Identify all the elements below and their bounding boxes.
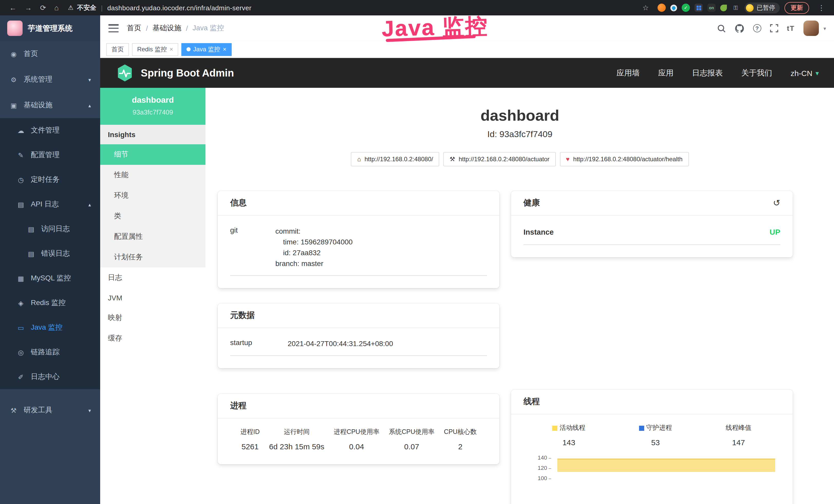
refresh-icon[interactable]: ⟳ [40, 4, 46, 11]
address-bar[interactable]: ⚠ 不安全 | dashboard.yudao.iocoder.cn/infra… [68, 3, 251, 12]
sba-nav-journal[interactable]: 日志报表 [692, 68, 723, 78]
user-caret-icon[interactable]: ▾ [824, 25, 826, 31]
hamburger-icon[interactable] [108, 24, 119, 32]
fullscreen-icon[interactable] [770, 24, 778, 32]
close-icon[interactable]: × [170, 46, 173, 53]
threads-stat-live: 活动线程 143 [552, 423, 585, 447]
instance-root-link[interactable]: ⌂ http://192.168.0.2:48080/ [351, 152, 439, 166]
status-badge: UP [770, 228, 780, 236]
browser-menu-icon[interactable]: ⋮ [818, 4, 825, 11]
tag-redis-monitor[interactable]: Redis 监控 × [132, 43, 178, 56]
process-stat-system-cpu: 系统CPU使用率 0.07 [389, 428, 435, 451]
health-row-instance: Instance UP [524, 220, 780, 245]
sba-item-jvm[interactable]: JVM [100, 288, 205, 307]
extension-check-icon[interactable] [682, 4, 690, 12]
sba-item-config-props[interactable]: 配置属性 [100, 226, 205, 247]
profile-chip[interactable]: 已暂停 [744, 2, 780, 13]
sba-item-classes[interactable]: 类 [100, 206, 205, 226]
sba-instance-header[interactable]: dashboard 93a3fc7f7409 [100, 88, 205, 125]
sba-locale-select[interactable]: zh-CN ▾ [791, 69, 819, 77]
info-line: commit: [275, 226, 353, 237]
instance-actuator-link[interactable]: ⚒ http://192.168.0.2:48080/actuator [443, 152, 555, 166]
extension-leaf-icon[interactable] [720, 4, 727, 11]
sidebar-item-mysql-monitor[interactable]: ▦ MySQL 监控 [0, 266, 100, 291]
user-avatar[interactable] [804, 21, 819, 36]
health-card: 健康 ↺ Instance UP [511, 191, 793, 257]
sidebar-item-config-manage[interactable]: ✎ 配置管理 [0, 143, 100, 167]
help-icon[interactable]: ? [753, 24, 761, 32]
heart-icon: ♥ [566, 156, 569, 163]
chevron-up-icon: ▴ [88, 202, 91, 207]
sba-nav-wall[interactable]: 应用墙 [616, 68, 640, 78]
history-icon[interactable]: ↺ [773, 198, 781, 208]
update-button[interactable]: 更新 [785, 2, 809, 14]
sidebar-item-java-monitor[interactable]: ▭ Java 监控 [0, 315, 100, 340]
stat-value: 6d 23h 15m 59s [269, 442, 324, 451]
cards-left-column: 信息 git commit: time: 1596289704000 id: 2 [218, 191, 499, 464]
sidebar-item-file-manage[interactable]: ☁ 文件管理 [0, 118, 100, 143]
sidebar-item-access-log[interactable]: ▤ 访问日志 [0, 217, 100, 241]
profile-avatar-icon [746, 4, 753, 12]
sba-item-details[interactable]: 细节 [100, 144, 205, 165]
search-icon[interactable] [717, 24, 726, 32]
sidebar-item-home[interactable]: ◉ 首页 [0, 41, 100, 67]
font-size-icon[interactable]: tT [787, 24, 795, 32]
extension-fox-icon[interactable] [658, 4, 666, 12]
screenshot-root: ← → ⟳ ⌂ ⚠ 不安全 | dashboard.yudao.iocoder.… [0, 0, 834, 504]
document-icon: ▤ [27, 225, 36, 233]
breadcrumb-current: Java 监控 [193, 24, 224, 33]
sba-item-caches[interactable]: 缓存 [100, 328, 205, 349]
sba-item-mappings[interactable]: 映射 [100, 307, 205, 328]
close-icon[interactable]: × [223, 46, 226, 53]
breadcrumb: 首页 / 基础设施 / Java 监控 [127, 24, 224, 33]
main-column: Java 监控 首页 / 基础设施 / Java 监控 [100, 16, 834, 504]
bookmark-star-icon[interactable]: ☆ [642, 4, 649, 11]
tick-label: 120 [537, 465, 547, 471]
sidebar-item-infra[interactable]: ▣ 基础设施 ▴ [0, 92, 100, 118]
back-icon[interactable]: ← [9, 4, 17, 11]
stat-value: 147 [726, 438, 751, 447]
sidebar-item-dev-tools[interactable]: ⚒ 研发工具 ▾ [0, 397, 100, 423]
sba-item-performance[interactable]: 性能 [100, 165, 205, 185]
sidebar-item-system[interactable]: ⚙ 系统管理 ▾ [0, 67, 100, 92]
breadcrumb-home[interactable]: 首页 [127, 24, 141, 33]
instance-id: 93a3fc7f7409 [104, 108, 201, 116]
legend-label: 活动线程 [552, 423, 585, 432]
browser-home-icon[interactable]: ⌂ [54, 4, 59, 11]
sidebar-item-label: API 日志 [31, 200, 59, 209]
active-dot [186, 47, 191, 51]
sidebar-item-api-log[interactable]: ▤ API 日志 ▴ [0, 192, 100, 217]
extensions-puzzle-icon[interactable] [731, 4, 740, 12]
sidebar-item-log-center[interactable]: ✐ 日志中心 [0, 365, 100, 389]
app-logo[interactable]: 芋道管理系统 [0, 16, 100, 41]
card-title: 信息 [230, 198, 247, 208]
spring-boot-admin-logo[interactable] [115, 64, 134, 82]
sba-nav-applications[interactable]: 应用 [658, 68, 674, 78]
chevron-down-icon: ▾ [88, 408, 91, 413]
extension-on-icon[interactable]: on [707, 4, 716, 12]
sba-brand-title[interactable]: Spring Boot Admin [141, 67, 234, 79]
sidebar-item-error-log[interactable]: ▤ 错误日志 [0, 241, 100, 266]
sba-item-logs[interactable]: 日志 [100, 268, 205, 288]
browser-toolbar-right: ☆ on 已暂停 更新 ⋮ [638, 2, 829, 14]
document-icon: ▤ [17, 201, 25, 208]
card-title: 健康 [524, 198, 540, 208]
sba-item-scheduled-tasks[interactable]: 计划任务 [100, 247, 205, 268]
card-title: 线程 [524, 396, 540, 407]
sba-nav-about[interactable]: 关于我们 [741, 68, 772, 78]
github-icon[interactable] [734, 23, 744, 33]
sba-item-environment[interactable]: 环境 [100, 185, 205, 206]
tag-home[interactable]: 首页 [106, 43, 129, 56]
extension-drop-icon[interactable] [671, 4, 677, 11]
forward-icon[interactable]: → [25, 4, 32, 11]
tag-java-monitor[interactable]: Java 监控 × [181, 43, 232, 56]
monitor-icon: ▣ [9, 101, 18, 109]
sidebar-item-redis-monitor[interactable]: ◈ Redis 监控 [0, 291, 100, 315]
sidebar-item-trace[interactable]: ◎ 链路追踪 [0, 340, 100, 365]
threads-stat-peak: 线程峰值 147 [726, 423, 751, 447]
extension-grid-icon[interactable] [695, 4, 703, 12]
instance-health-link[interactable]: ♥ http://192.168.0.2:48080/actuator/heal… [560, 152, 688, 166]
breadcrumb-section[interactable]: 基础设施 [153, 24, 181, 33]
sidebar-item-scheduled-job[interactable]: ◷ 定时任务 [0, 167, 100, 192]
process-stat-uptime: 运行时间 6d 23h 15m 59s [269, 428, 324, 451]
